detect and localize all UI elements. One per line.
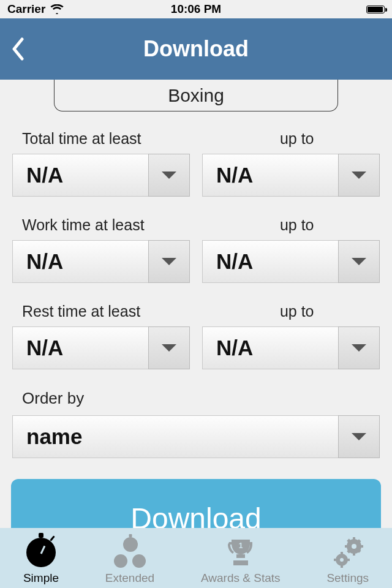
svg-rect-13 — [341, 552, 343, 555]
clock-time: 10:06 PM — [171, 2, 221, 16]
status-bar: Carrier 10:06 PM — [0, 0, 392, 18]
wifi-icon — [50, 4, 64, 14]
total-time-min-value: N/A — [12, 154, 148, 197]
rest-time-min-value: N/A — [12, 326, 148, 369]
total-time-min-dropdown[interactable]: N/A — [12, 154, 190, 197]
multi-timer-icon — [113, 536, 147, 569]
tab-settings[interactable]: Settings — [326, 536, 369, 585]
tab-label: Settings — [326, 571, 369, 585]
svg-point-12 — [340, 558, 344, 562]
download-button[interactable]: Download — [11, 479, 381, 528]
battery-icon — [366, 6, 385, 13]
order-by-value: name — [12, 415, 338, 458]
work-time-max-value: N/A — [202, 240, 338, 283]
svg-rect-5 — [345, 545, 349, 548]
page-title: Download — [143, 36, 249, 62]
tab-awards-stats[interactable]: 1 Awards & Stats — [201, 536, 281, 585]
chevron-down-icon — [338, 415, 380, 458]
svg-rect-14 — [341, 565, 343, 568]
gears-icon — [331, 536, 365, 569]
total-time-max-dropdown[interactable]: N/A — [202, 154, 380, 197]
svg-rect-4 — [353, 552, 355, 556]
work-time-min-value: N/A — [12, 240, 148, 283]
work-time-min-dropdown[interactable]: N/A — [12, 240, 190, 283]
carrier-label: Carrier — [7, 2, 45, 16]
work-time-max-dropdown[interactable]: N/A — [202, 240, 380, 283]
tab-bar: Simple Extended 1 Awards & Stats — [0, 528, 392, 588]
chevron-down-icon — [148, 240, 190, 283]
trophy-icon: 1 — [224, 536, 257, 569]
work-time-min-label: Work time at least — [22, 216, 224, 234]
rest-time-max-value: N/A — [202, 326, 338, 369]
tab-simple[interactable]: Simple — [23, 536, 59, 585]
chevron-down-icon — [338, 154, 380, 197]
svg-rect-16 — [347, 559, 350, 561]
chevron-down-icon — [338, 240, 380, 283]
tab-label: Simple — [23, 571, 59, 585]
total-time-min-label: Total time at least — [22, 130, 224, 148]
tab-label: Extended — [105, 571, 154, 585]
category-selector[interactable]: Boxing — [54, 80, 338, 111]
tab-label: Awards & Stats — [201, 571, 281, 585]
work-time-max-label: up to — [224, 216, 370, 234]
category-label: Boxing — [168, 85, 224, 106]
back-button[interactable] — [11, 37, 24, 61]
chevron-down-icon — [148, 326, 190, 369]
svg-rect-3 — [353, 537, 355, 541]
navigation-bar: Download — [0, 18, 392, 80]
tab-extended[interactable]: Extended — [105, 536, 154, 585]
chevron-down-icon — [148, 154, 190, 197]
rest-time-max-dropdown[interactable]: N/A — [202, 326, 380, 369]
svg-rect-6 — [360, 545, 363, 548]
svg-text:1: 1 — [238, 541, 243, 550]
total-time-max-value: N/A — [202, 154, 338, 197]
rest-time-min-dropdown[interactable]: N/A — [12, 326, 190, 369]
download-button-label: Download — [130, 502, 261, 528]
stopwatch-icon — [26, 536, 56, 569]
total-time-max-label: up to — [224, 130, 370, 148]
order-by-dropdown[interactable]: name — [12, 415, 380, 458]
content-area: Boxing Total time at least up to N/A N/A… — [0, 80, 392, 458]
svg-point-2 — [352, 544, 356, 549]
chevron-down-icon — [338, 326, 380, 369]
rest-time-min-label: Rest time at least — [22, 303, 224, 320]
order-by-label: Order by — [11, 389, 381, 408]
svg-rect-15 — [334, 559, 337, 561]
rest-time-max-label: up to — [224, 303, 370, 320]
